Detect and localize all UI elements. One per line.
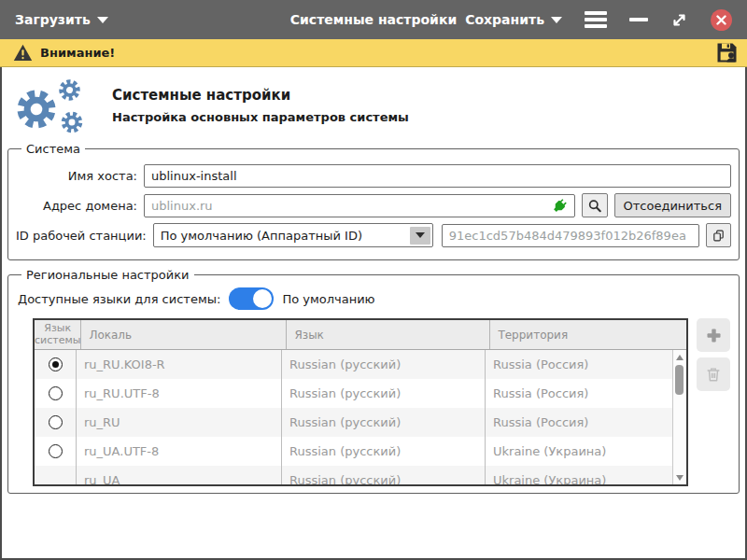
main-content: Системные настройки Настройка основных п… xyxy=(0,67,747,560)
table-row[interactable]: ru_UA.UTF-8Russian (русский)Ukraine (Укр… xyxy=(35,437,686,466)
add-locale-button[interactable] xyxy=(697,318,730,352)
scroll-down-icon[interactable] xyxy=(673,471,686,483)
warning-message: Внимание! xyxy=(40,46,115,60)
locale-radio-cell[interactable] xyxy=(35,350,77,379)
locale-radio-cell[interactable] xyxy=(35,437,77,466)
copy-icon xyxy=(712,228,725,244)
system-section: Система Имя хоста: Адрес домена: xyxy=(7,142,740,260)
page-title: Системные настройки xyxy=(112,87,409,104)
domain-input[interactable] xyxy=(144,194,575,217)
copy-id-button[interactable] xyxy=(706,223,731,247)
languages-toggle-label: Доступные языки для системы: xyxy=(18,292,220,306)
locales-table-zone: Язык системы Локаль Язык Территория ru_R… xyxy=(16,318,731,486)
empty-area xyxy=(6,501,741,558)
chevron-down-icon xyxy=(97,17,108,23)
territory-cell: Ukraine (Украина) xyxy=(486,466,672,486)
locale-radio-cell[interactable] xyxy=(35,466,77,486)
page-subtitle: Настройка основных параметров системы xyxy=(112,110,409,124)
warning-bar: Внимание! xyxy=(0,39,747,67)
hamburger-menu-icon[interactable] xyxy=(585,11,607,28)
language-cell: Russian (русский) xyxy=(282,379,486,408)
languages-toggle-row: Доступные языки для системы: По умолчани… xyxy=(18,287,731,310)
locale-radio-cell[interactable] xyxy=(35,408,77,437)
column-header-system-language[interactable]: Язык системы xyxy=(35,320,81,349)
locale-radio[interactable] xyxy=(49,357,63,371)
scroll-up-icon[interactable] xyxy=(673,351,686,363)
territory-cell: Russia (Россия) xyxy=(486,408,672,437)
language-cell: Russian (русский) xyxy=(282,466,486,486)
hostname-input[interactable] xyxy=(144,164,731,188)
territory-cell: Ukraine (Украина) xyxy=(486,437,672,466)
save-floppy-icon[interactable] xyxy=(716,42,738,63)
locale-cell: ru_RU xyxy=(77,408,282,437)
titlebar: Загрузить Системные настройки Сохранить xyxy=(0,0,747,39)
territory-cell: Russia (Россия) xyxy=(486,350,672,379)
toggle-knob xyxy=(253,289,272,308)
domain-search-button[interactable] xyxy=(582,193,608,217)
workstation-id-label: ID рабочей станции: xyxy=(16,229,147,243)
locale-cell: ru_UA xyxy=(77,466,282,486)
table-row[interactable]: ru_RU.UTF-8Russian (русский)Russia (Росс… xyxy=(35,379,686,408)
locale-radio[interactable] xyxy=(49,444,63,458)
table-row[interactable]: ru_RU.KOI8-RRussian (русский)Russia (Рос… xyxy=(35,350,686,379)
regional-section-legend: Региональные настройки xyxy=(21,268,194,282)
app-window: Загрузить Системные настройки Сохранить xyxy=(0,0,747,560)
system-section-legend: Система xyxy=(21,142,85,156)
scrollbar-thumb[interactable] xyxy=(675,365,684,395)
save-menu-label: Сохранить xyxy=(465,12,544,27)
load-menu-button[interactable]: Загрузить xyxy=(15,12,108,27)
languages-toggle-state: По умолчанию xyxy=(282,292,374,306)
save-menu-button[interactable]: Сохранить xyxy=(465,12,562,27)
workstation-id-mode-select[interactable]: По умолчанию (Аппаратный ID) xyxy=(153,223,433,247)
table-action-buttons xyxy=(697,318,730,391)
locale-cell: ru_UA.UTF-8 xyxy=(77,437,282,466)
locale-radio[interactable] xyxy=(49,415,63,429)
load-menu-label: Загрузить xyxy=(15,12,91,27)
territory-cell: Russia (Россия) xyxy=(486,379,672,408)
maximize-icon[interactable] xyxy=(670,11,688,29)
workstation-id-row: ID рабочей станции: По умолчанию (Аппара… xyxy=(16,223,731,247)
trash-icon xyxy=(705,366,722,383)
delete-locale-button[interactable] xyxy=(697,357,730,391)
page-header: Системные настройки Настройка основных п… xyxy=(6,69,741,142)
minimize-icon[interactable] xyxy=(629,18,648,21)
language-cell: Russian (русский) xyxy=(282,408,486,437)
hostname-label: Имя хоста: xyxy=(16,169,137,183)
titlebar-controls: Сохранить xyxy=(465,9,732,31)
locales-table-header: Язык системы Локаль Язык Территория xyxy=(35,320,686,350)
disconnect-button[interactable]: Отсоединиться xyxy=(614,193,732,217)
table-row[interactable]: ru_RURussian (русский)Russia (Россия) xyxy=(35,408,686,437)
workstation-id-mode-value: По умолчанию (Аппаратный ID) xyxy=(154,229,410,243)
plus-icon xyxy=(706,328,722,343)
locale-cell: ru_RU.UTF-8 xyxy=(77,379,282,408)
locale-radio-cell[interactable] xyxy=(35,379,77,408)
locale-cell: ru_RU.KOI8-R xyxy=(77,350,282,379)
regional-section: Региональные настройки Доступные языки д… xyxy=(7,268,740,494)
languages-toggle-switch[interactable] xyxy=(229,287,274,310)
select-dropdown-icon[interactable] xyxy=(410,227,430,245)
warning-triangle-icon xyxy=(13,44,33,62)
table-scrollbar[interactable] xyxy=(672,350,686,484)
domain-row: Адрес домена: Отсоединиться xyxy=(16,193,731,217)
domain-input-wrap xyxy=(144,194,575,217)
language-cell: Russian (русский) xyxy=(282,350,486,379)
hostname-row: Имя хоста: xyxy=(16,164,731,188)
domain-label: Адрес домена: xyxy=(16,199,137,213)
locale-radio[interactable] xyxy=(49,386,63,400)
table-row[interactable]: ru_UARussian (русский)Ukraine (Украина) xyxy=(35,466,686,486)
close-icon[interactable] xyxy=(711,9,732,31)
language-cell: Russian (русский) xyxy=(282,437,486,466)
column-header-language[interactable]: Язык xyxy=(287,320,490,349)
column-header-locale[interactable]: Локаль xyxy=(81,320,287,349)
chevron-down-icon xyxy=(551,17,562,23)
gears-icon xyxy=(11,77,93,134)
locale-table-body: ru_RU.KOI8-RRussian (русский)Russia (Рос… xyxy=(35,350,686,486)
locales-table: Язык системы Локаль Язык Территория ru_R… xyxy=(33,318,688,486)
search-icon xyxy=(588,198,601,214)
workstation-id-input[interactable] xyxy=(442,224,699,247)
column-header-territory[interactable]: Территория xyxy=(490,320,686,349)
